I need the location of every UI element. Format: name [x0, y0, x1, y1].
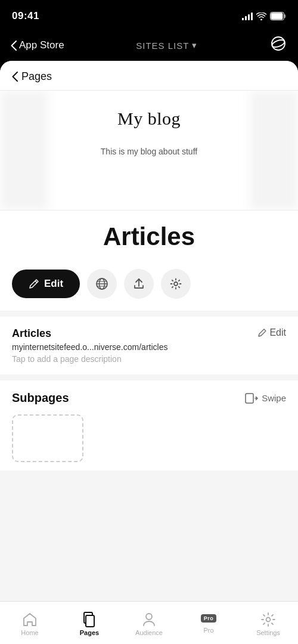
nav-settings-label: Settings	[256, 629, 280, 636]
subpages-title: Subpages	[12, 391, 69, 405]
nav-settings[interactable]: Settings	[238, 612, 298, 636]
nav-pro[interactable]: Pro Pro	[179, 614, 238, 634]
planet-icon	[269, 35, 287, 52]
page-name-section: Articles	[0, 210, 298, 269]
page-info-title: Articles	[12, 327, 51, 340]
nav-audience[interactable]: Audience	[119, 612, 179, 636]
svg-rect-2	[284, 14, 286, 18]
status-icons	[242, 12, 286, 20]
nav-pages-label: Pages	[80, 629, 99, 636]
wifi-icon	[256, 13, 266, 20]
svg-point-7	[174, 282, 178, 286]
swipe-icon	[245, 393, 258, 404]
back-arrow-icon	[12, 72, 18, 82]
settings-icon	[260, 612, 276, 627]
page-name-heading: Articles	[12, 222, 286, 251]
page-url: myinternetsitefeed.o...niverse.com/artic…	[12, 342, 286, 352]
edit-pencil-icon	[29, 278, 39, 289]
navigation-bar: App Store SITES LIST ▾	[0, 30, 298, 61]
globe-icon	[95, 277, 108, 290]
nav-home[interactable]: Home	[0, 612, 60, 636]
action-buttons: Edit	[0, 269, 298, 311]
subpages-header: Subpages Swipe	[12, 391, 286, 405]
blog-description: This is my blog about stuff	[12, 147, 286, 156]
home-icon	[22, 612, 38, 627]
edit-link-label: Edit	[269, 327, 286, 338]
nav-pro-label: Pro	[203, 627, 213, 634]
edit-button-label: Edit	[44, 278, 63, 290]
globe-button[interactable]	[87, 269, 117, 299]
share-icon	[132, 277, 145, 290]
status-time: 09:41	[12, 10, 39, 22]
subpages-section: Subpages Swipe	[0, 380, 298, 470]
chevron-left-icon	[11, 41, 17, 51]
add-subpage-button[interactable]	[12, 414, 83, 462]
preview-right-blur	[250, 91, 298, 210]
back-label: App Store	[19, 39, 64, 51]
main-content: Pages My blog This is my blog about stuf…	[0, 61, 298, 644]
page-info-row: Articles Edit	[12, 327, 286, 340]
nav-title[interactable]: SITES LIST ▾	[136, 40, 197, 51]
status-bar: 09:41	[0, 0, 298, 30]
edit-button[interactable]: Edit	[12, 270, 80, 298]
share-button[interactable]	[124, 269, 154, 299]
pages-header: Pages	[0, 61, 298, 91]
svg-point-3	[272, 37, 285, 50]
pencil-small-icon	[258, 329, 266, 337]
pro-badge: Pro	[201, 614, 217, 623]
battery-icon	[270, 12, 286, 20]
svg-rect-10	[86, 615, 94, 627]
pages-icon	[82, 612, 97, 627]
nav-home-label: Home	[21, 629, 38, 636]
page-description-placeholder[interactable]: Tap to add a page description	[12, 354, 286, 364]
svg-rect-1	[271, 13, 283, 20]
globe-nav-icon[interactable]	[269, 35, 287, 56]
sites-list-label: SITES LIST	[136, 41, 189, 51]
swipe-button[interactable]: Swipe	[245, 393, 286, 404]
blog-title: My blog	[12, 109, 286, 129]
nav-pages[interactable]: Pages	[60, 612, 119, 636]
chevron-down-icon: ▾	[192, 40, 197, 51]
gear-icon	[169, 277, 182, 290]
preview-area: My blog This is my blog about stuff	[0, 91, 298, 210]
nav-audience-label: Audience	[135, 629, 163, 636]
signal-icon	[242, 12, 253, 20]
back-button[interactable]: App Store	[11, 39, 64, 51]
svg-rect-8	[246, 394, 253, 403]
pages-label: Pages	[21, 70, 52, 83]
page-info-edit-button[interactable]: Edit	[258, 327, 286, 338]
preview-left-blur	[0, 91, 48, 210]
pages-back-button[interactable]: Pages	[12, 70, 286, 83]
settings-gear-button[interactable]	[161, 269, 191, 299]
bottom-nav: Home Pages Audience Pro Pro Settings	[0, 601, 298, 644]
svg-point-11	[266, 618, 271, 622]
audience-icon	[141, 612, 157, 627]
swipe-label: Swipe	[262, 393, 286, 403]
page-info-section: Articles Edit myinternetsitefeed.o...niv…	[0, 317, 298, 374]
